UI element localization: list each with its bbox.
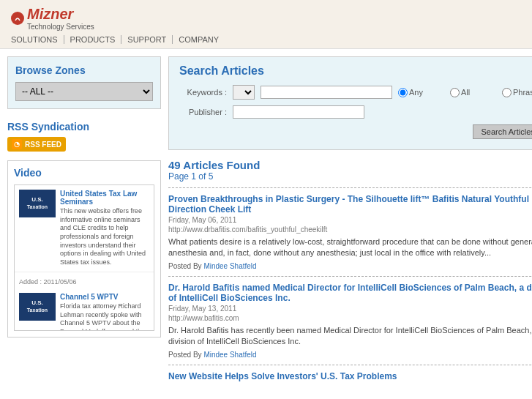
- video-thumb-1: U.S.Taxation: [19, 293, 56, 321]
- article-item: Proven Breakthroughs in Plastic Surgery …: [168, 187, 532, 276]
- article-author-link-0[interactable]: Mindee Shatfeld: [203, 262, 256, 270]
- nav-company[interactable]: COMPANY: [173, 35, 225, 44]
- list-item: U.S.Taxation Channel 5 WPTV Florida tax …: [15, 288, 154, 331]
- video-thumb-0: U.S.Taxation: [19, 190, 56, 217]
- video-desc-0: This new website offers free informative…: [60, 207, 149, 267]
- video-box: Video U.S.Taxation United States Tax Law…: [7, 160, 161, 338]
- article-title-0: Proven Breakthroughs in Plastic Surgery …: [168, 194, 532, 215]
- article-item: New Website Helps Solve Investors' U.S. …: [168, 365, 532, 387]
- video-link-0[interactable]: United States Tax Law Seminars: [60, 190, 149, 206]
- browse-zones-box: Browse Zones -- ALL --: [7, 56, 161, 109]
- publisher-input[interactable]: [233, 105, 364, 119]
- article-title-2: New Website Helps Solve Investors' U.S. …: [168, 371, 532, 381]
- video-info-1: Channel 5 WPTV Florida tax attorney Rich…: [60, 293, 149, 331]
- search-articles-button[interactable]: Search Articles »: [473, 124, 532, 139]
- browse-zones-select[interactable]: -- ALL --: [15, 82, 153, 101]
- radio-all[interactable]: [450, 88, 460, 97]
- search-articles-title: Search Articles: [179, 64, 532, 78]
- nav-products[interactable]: PRODUCTS: [64, 35, 122, 44]
- radio-any[interactable]: [398, 88, 408, 97]
- article-item: Dr. Harold Bafitis named Medical Directo…: [168, 276, 532, 365]
- logo-icon: [11, 12, 24, 25]
- video-info-0: United States Tax Law Seminars This new …: [60, 190, 149, 267]
- main-content: Browse Zones -- ALL -- RSS Syndication ◔…: [0, 49, 532, 395]
- article-link-1[interactable]: Dr. Harold Bafitis named Medical Directo…: [168, 283, 532, 303]
- rss-button-label: RSS FEED: [25, 141, 61, 149]
- article-desc-1: Dr. Harold Bafitis has recently been nam…: [168, 325, 532, 348]
- radio-group: Any All Phrase: [398, 88, 532, 97]
- results-page: Page 1 of 5: [168, 171, 532, 182]
- article-url-0: http://www.drbafitis.com/bafitis_youthfu…: [168, 225, 532, 234]
- radio-phrase[interactable]: [502, 88, 512, 97]
- rss-syndication-box: RSS Syndication ◔ RSS FEED: [7, 116, 161, 156]
- nav-support[interactable]: SUPPORT: [121, 35, 173, 44]
- keywords-row: Keywords : Any All Phrase: [179, 85, 532, 100]
- article-desc-0: What patients desire is a relatively low…: [168, 236, 532, 259]
- nav-solutions[interactable]: SOLUTIONS: [11, 35, 64, 44]
- article-link-0[interactable]: Proven Breakthroughs in Plastic Surgery …: [168, 194, 529, 215]
- video-link-1[interactable]: Channel 5 WPTV: [60, 293, 149, 301]
- right-column: Search Articles Keywords : Any All Phras…: [168, 56, 532, 387]
- rss-title: RSS Syndication: [7, 121, 161, 133]
- logo-text-group: Mizner Technology Services: [27, 6, 94, 31]
- logo: Mizner Technology Services: [11, 6, 521, 31]
- keywords-label: Keywords :: [179, 88, 227, 97]
- results-header: 49 Articles Found Page 1 of 5: [168, 159, 532, 182]
- logo-sub: Technology Services: [27, 23, 94, 31]
- keywords-input[interactable]: [261, 86, 392, 99]
- article-url-1: http://www.bafitis.com: [168, 314, 532, 322]
- video-list[interactable]: U.S.Taxation United States Tax Law Semin…: [14, 184, 154, 331]
- logo-name: Mizner: [27, 6, 94, 23]
- video-desc-1: Florida tax attorney Richard Lehman rece…: [60, 302, 149, 331]
- publisher-row: Publisher :: [179, 105, 532, 119]
- search-button-row: Search Articles »: [179, 124, 532, 139]
- list-item: U.S.Taxation United States Tax Law Semin…: [15, 185, 154, 272]
- main-nav: SOLUTIONS PRODUCTS SUPPORT COMPANY: [11, 35, 521, 44]
- article-author-link-1[interactable]: Mindee Shatfeld: [203, 351, 256, 359]
- video-added-0: Added : 2011/05/06: [15, 275, 154, 288]
- browse-zones-title: Browse Zones: [15, 64, 153, 76]
- radio-phrase-label[interactable]: Phrase: [502, 88, 532, 97]
- search-articles-box: Search Articles Keywords : Any All Phras…: [168, 56, 532, 150]
- article-title-1: Dr. Harold Bafitis named Medical Directo…: [168, 283, 532, 303]
- rss-icon: ◔: [12, 139, 22, 149]
- article-link-2[interactable]: New Website Helps Solve Investors' U.S. …: [168, 371, 397, 381]
- results-count: 49 Articles Found: [168, 159, 532, 171]
- article-posted-0: Posted By Mindee Shatfeld: [168, 262, 532, 270]
- left-column: Browse Zones -- ALL -- RSS Syndication ◔…: [7, 56, 161, 387]
- article-posted-1: Posted By Mindee Shatfeld: [168, 351, 532, 359]
- radio-all-label[interactable]: All: [450, 88, 498, 97]
- publisher-label: Publisher :: [179, 108, 227, 116]
- rss-feed-button[interactable]: ◔ RSS FEED: [7, 137, 66, 152]
- article-date-1: Friday, May 13, 2011: [168, 305, 532, 313]
- header: Mizner Technology Services SOLUTIONS PRO…: [0, 0, 532, 49]
- article-date-0: Friday, May 06, 2011: [168, 216, 532, 224]
- radio-any-label[interactable]: Any: [398, 88, 446, 97]
- video-title: Video: [14, 167, 154, 179]
- keywords-select[interactable]: [233, 85, 255, 100]
